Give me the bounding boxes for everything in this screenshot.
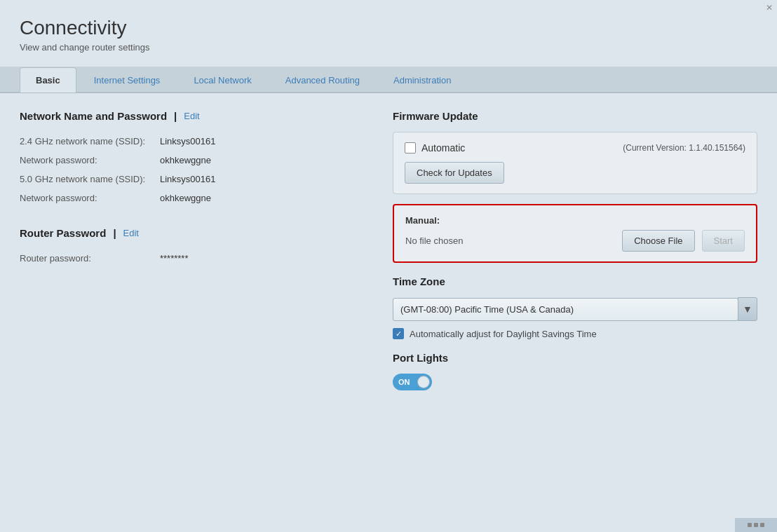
- page-header: Connectivity View and change router sett…: [0, 0, 777, 64]
- tab-local-network[interactable]: Local Network: [177, 67, 267, 93]
- close-button[interactable]: ✕: [766, 3, 773, 13]
- port-lights-title: Port Lights: [393, 352, 757, 364]
- tab-internet-settings[interactable]: Internet Settings: [78, 67, 177, 93]
- network-edit-link[interactable]: Edit: [184, 111, 199, 121]
- timezone-select[interactable]: (GMT-08:00) Pacific Time (USA & Canada): [393, 298, 738, 321]
- tab-basic[interactable]: Basic: [20, 67, 76, 93]
- no-file-text: No file chosen: [405, 236, 615, 246]
- bottom-bar: [735, 518, 777, 532]
- toggle-handle: [417, 376, 430, 388]
- page-wrapper: ✕ Connectivity View and change router se…: [0, 0, 777, 532]
- toggle-on-label: ON: [393, 378, 410, 386]
- router-password-section-title: Router Password | Edit: [20, 227, 370, 239]
- automatic-checkbox[interactable]: [405, 142, 416, 154]
- tab-advanced-routing[interactable]: Advanced Routing: [269, 67, 376, 93]
- field-50ghz-ssid: 5.0 GHz network name (SSID): Linksys0016…: [20, 170, 370, 189]
- automatic-label: Automatic: [421, 142, 465, 154]
- timezone-section-title: Time Zone: [393, 275, 757, 287]
- firmware-auto-box: Automatic (Current Version: 1.1.40.15156…: [393, 132, 757, 194]
- left-column: Network Name and Password | Edit 2.4 GHz…: [20, 110, 370, 390]
- field-24ghz-ssid: 2.4 GHz network name (SSID): Linksys0016…: [20, 132, 370, 151]
- right-column: Firmware Update Automatic (Current Versi…: [393, 110, 757, 390]
- timezone-select-wrapper: (GMT-08:00) Pacific Time (USA & Canada) …: [393, 297, 757, 321]
- tabs-bar: Basic Internet Settings Local Network Ad…: [0, 67, 777, 93]
- dst-label: Automatically adjust for Daylight Saving…: [410, 329, 597, 339]
- check-updates-button[interactable]: Check for Updates: [405, 162, 504, 184]
- tab-administration[interactable]: Administration: [377, 67, 467, 93]
- port-lights-section: Port Lights ON: [393, 352, 757, 390]
- firmware-auto-row: Automatic (Current Version: 1.1.40.15156…: [405, 142, 745, 154]
- field-network-password-2: Network password: okhkewggne: [20, 189, 370, 207]
- bottom-dot-2: [754, 523, 758, 527]
- start-button[interactable]: Start: [702, 230, 745, 252]
- bottom-dot-3: [760, 523, 764, 527]
- network-section-title: Network Name and Password | Edit: [20, 110, 370, 122]
- router-edit-link[interactable]: Edit: [123, 228, 139, 238]
- bottom-dot-1: [748, 523, 752, 527]
- page-title: Connectivity: [20, 17, 757, 39]
- firmware-auto-left: Automatic: [405, 142, 465, 154]
- firmware-section-title: Firmware Update: [393, 110, 757, 122]
- time-zone-section: Time Zone (GMT-08:00) Pacific Time (USA …: [393, 275, 757, 339]
- timezone-select-arrow[interactable]: ▼: [738, 297, 757, 321]
- choose-file-button[interactable]: Choose File: [622, 230, 694, 252]
- port-lights-toggle[interactable]: ON: [393, 374, 432, 390]
- field-network-password-1: Network password: okhkewggne: [20, 151, 370, 170]
- manual-firmware-box: Manual: No file chosen Choose File Start: [393, 204, 757, 263]
- manual-title: Manual:: [405, 215, 745, 226]
- manual-row: No file chosen Choose File Start: [405, 230, 745, 252]
- field-router-password: Router password: ********: [20, 249, 370, 268]
- content-area: Network Name and Password | Edit 2.4 GHz…: [0, 93, 777, 407]
- dst-row: ✓ Automatically adjust for Daylight Savi…: [393, 328, 757, 339]
- dst-checkbox[interactable]: ✓: [393, 328, 404, 339]
- page-subtitle: View and change router settings: [20, 42, 757, 53]
- current-version-text: (Current Version: 1.1.40.151564): [623, 143, 745, 153]
